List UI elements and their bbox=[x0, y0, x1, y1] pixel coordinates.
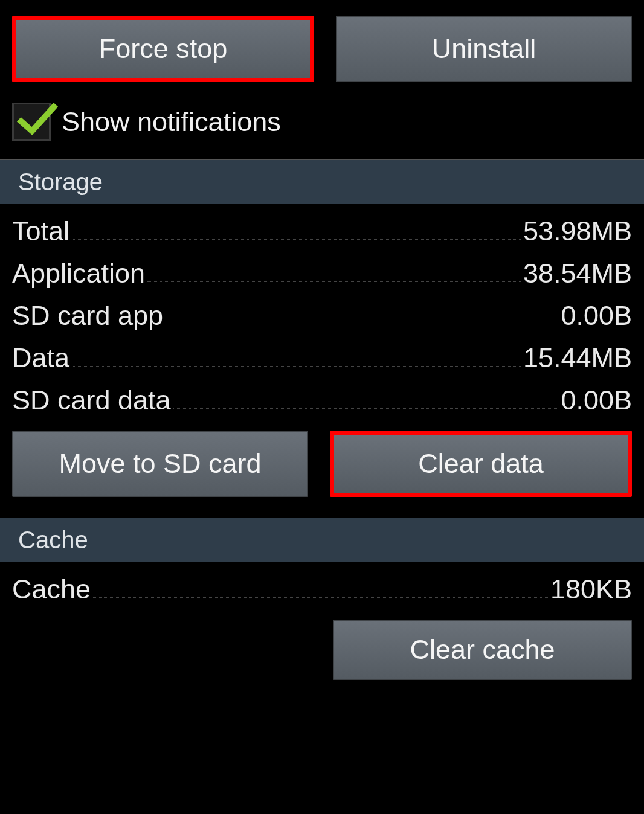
storage-value-total: 53.98MB bbox=[523, 216, 632, 247]
cache-label: Cache bbox=[12, 574, 91, 605]
storage-label-total: Total bbox=[12, 216, 69, 247]
storage-row-data: Data 15.44MB bbox=[12, 335, 632, 377]
storage-label-sd-card-app: SD card app bbox=[12, 300, 163, 332]
checkmark-icon bbox=[16, 98, 59, 141]
cache-value: 180KB bbox=[550, 574, 632, 605]
cache-section-header: Cache bbox=[0, 518, 644, 563]
clear-data-button[interactable]: Clear data bbox=[330, 431, 632, 497]
storage-row-sd-card-data: SD card data 0.00B bbox=[12, 377, 632, 420]
storage-label-data: Data bbox=[12, 342, 69, 374]
storage-value-application: 38.54MB bbox=[523, 258, 632, 289]
move-to-sd-card-button[interactable]: Move to SD card bbox=[12, 431, 308, 497]
cache-rows: Cache 180KB bbox=[0, 563, 644, 612]
cache-row-cache: Cache 180KB bbox=[12, 566, 632, 609]
storage-value-sd-card-app: 0.00B bbox=[561, 300, 632, 332]
storage-label-application: Application bbox=[12, 258, 145, 289]
storage-section-header: Storage bbox=[0, 159, 644, 205]
show-notifications-row[interactable]: Show notifications bbox=[0, 91, 644, 159]
storage-row-application: Application 38.54MB bbox=[12, 251, 632, 293]
storage-value-data: 15.44MB bbox=[523, 342, 632, 374]
storage-row-sd-card-app: SD card app 0.00B bbox=[12, 293, 632, 335]
storage-row-total: Total 53.98MB bbox=[12, 208, 632, 251]
force-stop-button[interactable]: Force stop bbox=[12, 16, 314, 82]
clear-cache-button[interactable]: Clear cache bbox=[333, 620, 632, 680]
storage-value-sd-card-data: 0.00B bbox=[561, 385, 632, 416]
show-notifications-checkbox[interactable] bbox=[12, 103, 51, 141]
storage-label-sd-card-data: SD card data bbox=[12, 385, 171, 416]
uninstall-button[interactable]: Uninstall bbox=[336, 16, 632, 82]
storage-rows: Total 53.98MB Application 38.54MB SD car… bbox=[0, 205, 644, 423]
show-notifications-label: Show notifications bbox=[62, 106, 281, 138]
